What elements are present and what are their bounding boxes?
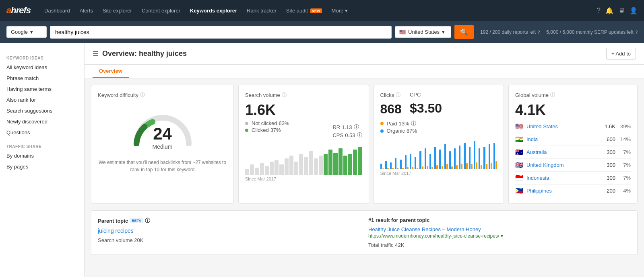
clicked-row: Clicked 37% — [245, 127, 289, 133]
clicks-group-11 — [434, 147, 438, 169]
blue-bar-22 — [489, 144, 490, 169]
blue-bar-12 — [439, 150, 441, 169]
search-volume-card: Search volume ⓘ 1.6K Not clicked 63% Cli… — [238, 85, 369, 204]
rr-cps-section: RR 1.13 ⓘ CPS 0.53 ⓘ — [332, 123, 362, 140]
nav-alerts[interactable]: Alerts — [76, 5, 97, 16]
sv-bar-12 — [304, 157, 308, 175]
sidebar-item-newly-discovered[interactable]: Newly discovered — [0, 116, 84, 127]
sidebar-item-having-same-terms[interactable]: Having same terms — [0, 84, 84, 94]
country-name-5[interactable]: Philippines — [526, 188, 596, 194]
nav-more[interactable]: More ▾ — [328, 5, 352, 16]
orange-bar-14 — [451, 166, 453, 169]
engine-chevron: ▾ — [30, 29, 33, 35]
monitor-icon[interactable]: 🖥 — [618, 7, 625, 14]
sidebar-item-all-keyword-ideas[interactable]: All keyword ideas — [0, 62, 84, 73]
kd-value: 24 — [130, 124, 195, 144]
sv-help-icon[interactable]: ⓘ — [282, 92, 287, 98]
engine-select[interactable]: Google ▾ — [6, 26, 47, 38]
daily-help-icon[interactable]: ? — [537, 30, 540, 35]
add-to-button[interactable]: + Add to — [606, 48, 636, 60]
sv-bar-6 — [275, 160, 279, 175]
sidebar-item-phrase-match[interactable]: Phrase match — [0, 73, 84, 84]
bell-icon[interactable]: 🔔 — [605, 7, 613, 14]
clicks-group-18 — [469, 147, 473, 169]
content-area: KEYWORD IDEAS All keyword ideas Phrase m… — [0, 43, 644, 277]
clicks-group-0 — [380, 164, 384, 169]
orange-bar-8 — [422, 166, 423, 169]
sidebar-item-search-suggestions[interactable]: Search suggestions — [0, 105, 84, 116]
country-name-0[interactable]: United States — [526, 123, 596, 129]
country-row-1: 🇮🇳India60014% — [515, 133, 631, 146]
blue-bar-19 — [474, 141, 475, 169]
nav-site-audit[interactable]: Site audit NEW — [282, 5, 326, 16]
country-select[interactable]: 🇺🇸 United States ▾ — [395, 26, 451, 38]
result-title-link[interactable]: Healthy Juice Cleanse Recipes – Modern H… — [368, 226, 631, 232]
clicks-group-4 — [400, 160, 403, 170]
gv-help-icon[interactable]: ⓘ — [550, 92, 555, 98]
country-chevron: ▾ — [442, 29, 445, 35]
parent-help-icon[interactable]: ⓘ — [145, 217, 150, 224]
blue-bar-8 — [419, 151, 421, 170]
sv-bar-18 — [333, 153, 337, 175]
global-volume-card: Global volume ⓘ 4.1K 🇺🇸United States1.6K… — [508, 85, 638, 204]
cpc-item: CPC $3.50 — [410, 92, 442, 117]
cps-help-icon[interactable]: ⓘ — [357, 131, 362, 139]
sv-bar-13 — [309, 151, 313, 175]
tab-overview[interactable]: Overview — [93, 65, 129, 78]
clicks-group-20 — [479, 148, 482, 170]
blue-bar-10 — [429, 154, 431, 170]
sidebar-item-by-domains[interactable]: By domains — [0, 150, 84, 161]
country-volume-0: 1.6K — [599, 123, 615, 129]
search-button[interactable]: 🔍 — [454, 25, 474, 39]
orange-bar-20 — [481, 165, 482, 170]
blue-bar-18 — [469, 147, 471, 169]
sv-bar-16 — [324, 154, 328, 175]
country-name-2[interactable]: Australia — [526, 149, 596, 155]
parent-topic-link[interactable]: juicing recipes — [98, 228, 134, 234]
nav-keywords-explorer[interactable]: Keywords explorer — [186, 5, 241, 16]
nav-site-explorer[interactable]: Site explorer — [99, 5, 136, 16]
nav-content-explorer[interactable]: Content explorer — [138, 5, 184, 16]
sidebar: KEYWORD IDEAS All keyword ideas Phrase m… — [0, 43, 85, 277]
nav-rank-tracker[interactable]: Rank tracker — [243, 5, 281, 16]
kd-help-icon[interactable]: ⓘ — [140, 92, 145, 98]
paid-row: Paid 13% ⓘ — [380, 120, 497, 127]
hamburger-icon[interactable]: ☰ — [93, 50, 98, 57]
sidebar-item-questions[interactable]: Questions — [0, 127, 84, 138]
clicks-group-21 — [483, 147, 487, 169]
blue-bar-4 — [400, 160, 401, 170]
country-flag-4: 🇮🇩 — [515, 174, 523, 182]
parent-result-col: #1 result for parent topic Healthy Juice… — [368, 217, 631, 248]
orange-bar-11 — [436, 165, 438, 170]
sv-bar-5 — [270, 162, 274, 175]
daily-reports-info: 192 / 200 daily reports left ? — [480, 29, 540, 35]
orange-bar-10 — [431, 167, 433, 169]
country-name-3[interactable]: United Kingdom — [526, 162, 596, 168]
country-row-0: 🇺🇸United States1.6K39% — [515, 120, 631, 133]
logo: ahrefs — [6, 5, 31, 16]
result-url[interactable]: https://www.modernhoney.com/healthy-juic… — [368, 233, 631, 239]
sidebar-item-by-pages[interactable]: By pages — [0, 161, 84, 172]
monthly-help-icon[interactable]: ? — [635, 30, 638, 35]
country-name-4[interactable]: Indonesia — [526, 175, 596, 181]
search-input[interactable] — [50, 26, 392, 39]
sidebar-item-also-rank-for[interactable]: Also rank for — [0, 94, 84, 105]
search-info: 192 / 200 daily reports left ? 5,000 / 5… — [480, 29, 638, 35]
country-name-1[interactable]: India — [526, 136, 596, 142]
help-icon[interactable]: ? — [597, 7, 601, 14]
clicks-help-icon[interactable]: ⓘ — [396, 92, 400, 98]
nav-icons: ? 🔔 🖥 👤 — [597, 7, 638, 14]
sv-bar-0 — [245, 169, 249, 175]
gauge-container: 24 Medium — [98, 102, 227, 154]
nav-dashboard[interactable]: Dashboard — [40, 5, 74, 16]
orange-bar-23 — [495, 161, 497, 169]
rr-help-icon[interactable]: ⓘ — [354, 123, 359, 131]
orange-bar-6 — [412, 167, 413, 169]
sv-bar-20 — [343, 156, 347, 175]
orange-bar-13 — [446, 164, 448, 169]
user-icon[interactable]: 👤 — [630, 7, 638, 14]
paid-help-icon[interactable]: ⓘ — [411, 120, 416, 127]
sv-bar-1 — [250, 164, 254, 175]
keyword-ideas-title: KEYWORD IDEAS — [0, 53, 84, 62]
blue-bar-6 — [410, 154, 411, 170]
